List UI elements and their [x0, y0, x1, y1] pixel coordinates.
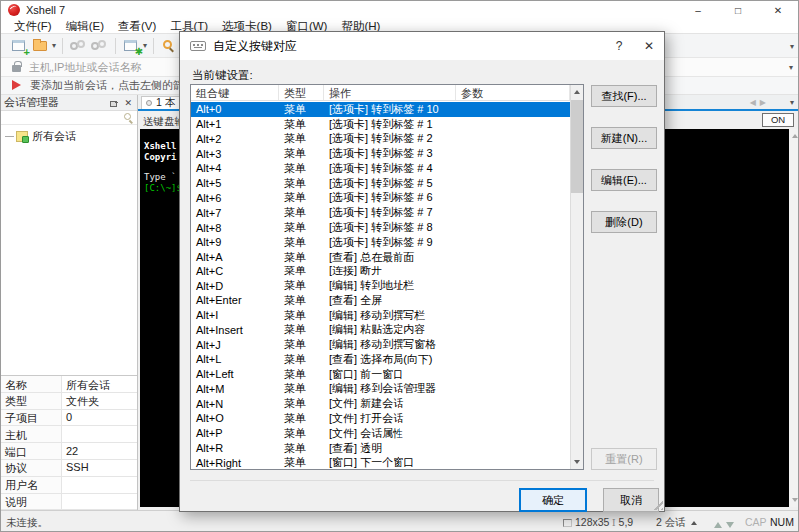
address-overflow-icon[interactable]: ▾	[789, 63, 793, 72]
cell-action: [查看] 透明	[324, 441, 456, 456]
open-dropdown-icon[interactable]: ▾	[52, 41, 56, 50]
cell-action: [编辑] 移动到撰写栏	[324, 308, 456, 323]
table-row[interactable]: Alt+M 菜单 [编辑] 移到会话管理器	[191, 382, 570, 397]
new-button[interactable]: 新建(N)...	[591, 127, 657, 149]
scroll-up-icon[interactable]	[792, 134, 798, 138]
cell-combo: Alt+6	[191, 192, 279, 204]
tree-item-all-sessions[interactable]: 所有会话	[5, 129, 137, 144]
toolbar-separator	[62, 38, 63, 54]
scrollbar-thumb[interactable]	[571, 100, 583, 193]
scroll-up-icon[interactable]	[574, 90, 580, 94]
dialog-help-button[interactable]: ?	[604, 32, 634, 60]
maximize-button[interactable]: □	[718, 1, 758, 19]
cell-action: [窗口] 下一个窗口	[324, 455, 456, 469]
table-row[interactable]: Alt+9 菜单 [选项卡] 转到标签 # 9	[191, 235, 570, 250]
session-search-row[interactable]	[1, 111, 137, 125]
terminal-scrollbar[interactable]	[789, 129, 799, 507]
table-row[interactable]: Alt+7 菜单 [选项卡] 转到标签 # 7	[191, 205, 570, 220]
property-row: 端口 22	[1, 443, 137, 460]
column-header-param[interactable]: 参数	[456, 85, 570, 100]
toolbar-overflow-icon[interactable]: ▾	[790, 42, 794, 51]
disconnect-icon	[91, 38, 108, 54]
cell-type: 菜单	[279, 250, 324, 265]
key-mapping-table: 组合键 类型 操作 参数 Alt+0 菜单 [选项卡] 转到标签 # 10 Al…	[190, 84, 584, 470]
session-manager-header: 会话管理器 ✕	[1, 95, 137, 111]
tab-scroll-arrows[interactable]: ◀▶	[750, 98, 770, 107]
table-row[interactable]: Alt+Left 菜单 [窗口] 前一窗口	[191, 367, 570, 382]
table-row[interactable]: Alt+Enter 菜单 [查看] 全屏	[191, 293, 570, 308]
scroll-down-icon[interactable]	[792, 498, 798, 502]
table-scrollbar[interactable]	[570, 85, 583, 469]
reconnect-icon	[70, 38, 87, 54]
send-on-toggle[interactable]: ON	[762, 113, 794, 127]
table-row[interactable]: Alt+1 菜单 [选项卡] 转到标签 # 1	[191, 117, 570, 132]
cell-type: 菜单	[279, 322, 324, 337]
find-icon[interactable]	[161, 38, 178, 54]
property-value	[62, 426, 137, 442]
scroll-down-icon[interactable]	[574, 460, 580, 464]
table-row[interactable]: Alt+0 菜单 [选项卡] 转到标签 # 10	[191, 102, 570, 117]
menu-item[interactable]: 查看(V)	[111, 19, 163, 34]
pin-icon[interactable]	[110, 99, 118, 107]
cell-type: 菜单	[279, 367, 324, 382]
properties-dropdown-icon[interactable]: ▾	[143, 41, 147, 50]
property-row: 名称 所有会话	[1, 376, 137, 393]
minimize-button[interactable]: –	[678, 1, 718, 19]
new-session-icon[interactable]: +	[11, 38, 28, 54]
table-row[interactable]: Alt+L 菜单 [查看] 选择布局(向下)	[191, 352, 570, 367]
cell-combo: Alt+A	[191, 251, 279, 263]
cancel-button[interactable]: 取消	[603, 488, 659, 512]
table-row[interactable]: Alt+I 菜单 [编辑] 移动到撰写栏	[191, 308, 570, 323]
table-row[interactable]: Alt+Right 菜单 [窗口] 下一个窗口	[191, 455, 570, 469]
table-row[interactable]: Alt+D 菜单 [编辑] 转到地址栏	[191, 278, 570, 293]
table-row[interactable]: Alt+6 菜单 [选项卡] 转到标签 # 6	[191, 191, 570, 206]
column-header-action[interactable]: 操作	[324, 85, 456, 100]
session-properties-icon[interactable]: ✱	[123, 38, 140, 54]
ok-button[interactable]: 确定	[519, 488, 587, 512]
menu-item[interactable]: 文件(F)	[7, 19, 59, 34]
table-row[interactable]: Alt+N 菜单 [文件] 新建会话	[191, 396, 570, 411]
table-row[interactable]: Alt+P 菜单 [文件] 会话属性	[191, 426, 570, 441]
delete-button[interactable]: 删除(D)	[591, 211, 657, 233]
cell-type: 菜单	[279, 190, 324, 205]
menu-item[interactable]: 编辑(E)	[59, 19, 111, 34]
dialog-close-button[interactable]: ✕	[634, 32, 664, 60]
cell-combo: Alt+P	[191, 427, 279, 439]
cell-type: 菜单	[279, 441, 324, 456]
table-row[interactable]: Alt+4 菜单 [选项卡] 转到标签 # 4	[191, 161, 570, 176]
table-row[interactable]: Alt+J 菜单 [编辑] 移动到撰写窗格	[191, 337, 570, 352]
open-folder-icon[interactable]	[32, 38, 49, 54]
cell-action: [查看] 选择布局(向下)	[324, 352, 456, 367]
table-row[interactable]: Alt+A 菜单 [查看] 总在最前面	[191, 250, 570, 265]
table-row[interactable]: Alt+5 菜单 [选项卡] 转到标签 # 5	[191, 176, 570, 191]
table-row[interactable]: Alt+R 菜单 [查看] 透明	[191, 441, 570, 456]
property-label: 子项目	[1, 410, 62, 426]
table-row[interactable]: Alt+C 菜单 [连接] 断开	[191, 264, 570, 278]
panel-close-icon[interactable]: ✕	[124, 98, 132, 108]
cell-combo: Alt+J	[191, 339, 279, 351]
column-header-combo[interactable]: 组合键	[191, 85, 279, 100]
cell-combo: Alt+R	[191, 442, 279, 454]
table-row[interactable]: Alt+O 菜单 [文件] 打开会话	[191, 411, 570, 426]
upload-arrow-icon	[714, 522, 722, 528]
session-count[interactable]: 2 会话	[656, 516, 697, 530]
tab-overflow-icon[interactable]: ▾	[790, 98, 794, 107]
close-button[interactable]: ✕	[758, 1, 798, 19]
cell-combo: Alt+Right	[191, 457, 279, 469]
property-label: 主机	[1, 426, 62, 442]
column-header-type[interactable]: 类型	[279, 85, 324, 100]
property-row: 类型 文件夹	[1, 393, 137, 410]
tab-scroll-right-icon: ▶	[760, 98, 770, 107]
cell-combo: Alt+0	[191, 103, 279, 115]
table-row[interactable]: Alt+Insert 菜单 [编辑] 粘贴选定内容	[191, 322, 570, 337]
property-label: 用户名	[1, 477, 62, 493]
table-row[interactable]: Alt+8 菜单 [选项卡] 转到标签 # 8	[191, 220, 570, 235]
table-row[interactable]: Alt+3 菜单 [选项卡] 转到标签 # 3	[191, 146, 570, 161]
cell-type: 菜单	[279, 455, 324, 469]
cell-combo: Alt+C	[191, 266, 279, 277]
table-row[interactable]: Alt+2 菜单 [选项卡] 转到标签 # 2	[191, 132, 570, 147]
edit-button[interactable]: 编辑(E)...	[591, 169, 657, 191]
cell-action: [选项卡] 转到标签 # 4	[324, 161, 456, 176]
find-button[interactable]: 查找(F)...	[591, 85, 657, 107]
num-lock-indicator: NUM	[770, 516, 794, 528]
